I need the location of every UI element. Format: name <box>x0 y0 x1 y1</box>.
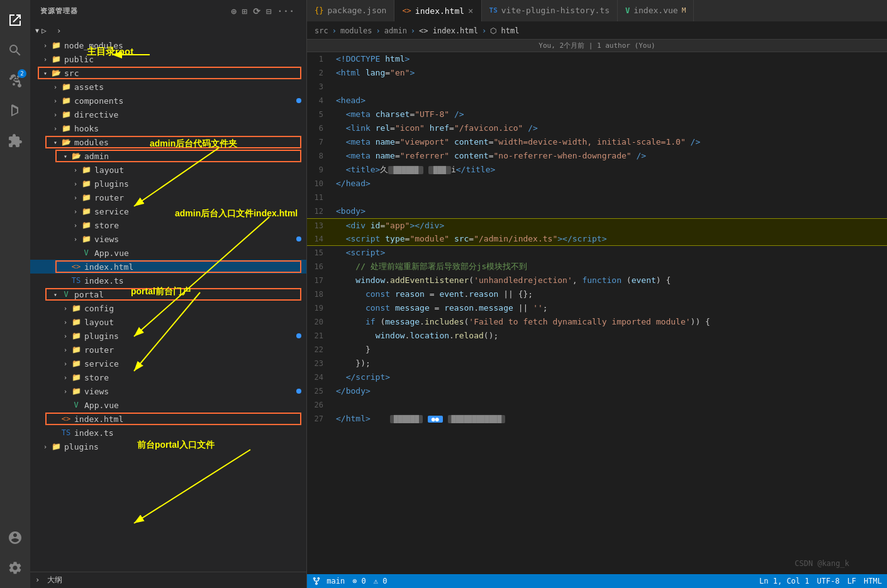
tab-close-btn[interactable]: × <box>468 6 473 16</box>
tree-item-layout-portal[interactable]: › 📁 layout <box>30 315 306 329</box>
folder-icon: 📁 <box>70 345 82 354</box>
tree-item-modules[interactable]: ▾ 📂 modules <box>30 135 306 149</box>
line-text: <meta charset="UTF-8" /> <box>333 108 464 121</box>
tree-item-store-admin[interactable]: › 📁 store <box>30 218 306 232</box>
line-num: 8 <box>307 149 333 163</box>
tree-item-plugins-root[interactable]: › 📁 plugins <box>30 440 306 453</box>
no-arrow: › <box>50 416 60 423</box>
breadcrumb-sep-1: › <box>332 26 337 35</box>
line-num: 3 <box>307 80 333 94</box>
tree-label: public <box>64 55 94 64</box>
folder-arrow: ▾ <box>50 291 60 298</box>
tree-item-router-portal[interactable]: › 📁 router <box>30 343 306 357</box>
tree-item-index-ts-admin[interactable]: › TS index.ts <box>30 274 306 287</box>
cursor-position[interactable]: Ln 1, Col 1 <box>759 577 809 585</box>
breadcrumb-modules[interactable]: modules <box>340 26 372 35</box>
tree-item-service-portal[interactable]: › 📁 service <box>30 357 306 370</box>
tab-index-html[interactable]: <> index.html × <box>394 0 481 21</box>
line-ending[interactable]: LF <box>847 577 856 585</box>
tree-item-hooks[interactable]: › 📁 hooks <box>30 121 306 135</box>
settings-icon[interactable] <box>0 553 30 583</box>
line-text: if (message.includes('Failed to fetch dy… <box>333 315 710 329</box>
line-num: 11 <box>307 191 333 204</box>
breadcrumb-admin[interactable]: admin <box>384 26 407 35</box>
tree-item-router-admin[interactable]: › 📁 router <box>30 191 306 204</box>
folder-icon: 📁 <box>81 221 92 230</box>
tree-item-service-admin[interactable]: › 📁 service <box>30 204 306 218</box>
code-line-17: 17 window.addEventListener('unhandledrej… <box>307 274 887 287</box>
tab-index-vue[interactable]: V index.vue M <box>618 0 694 21</box>
search-icon[interactable] <box>0 35 30 65</box>
more-actions-icon[interactable]: ··· <box>276 5 296 18</box>
new-file-icon[interactable]: ⊕ <box>230 5 238 18</box>
line-text: window.addEventListener('unhandledreject… <box>333 274 671 287</box>
tab-label: vite-plugin-history.ts <box>501 6 610 15</box>
code-line-9: 9 <title>久██████ ███i</title> <box>307 163 887 177</box>
ts-icon: TS <box>489 6 498 14</box>
tree-item-views-admin[interactable]: › 📁 views <box>30 232 306 246</box>
refresh-icon[interactable]: ⟳ <box>252 5 262 18</box>
tree-item-index-ts-portal[interactable]: › TS index.ts <box>30 426 306 440</box>
line-num: 14 <box>307 232 333 246</box>
modified-dot <box>296 389 301 394</box>
tree-item-directive[interactable]: › 📁 directive <box>30 108 306 121</box>
collapse-all-icon[interactable]: ⊟ <box>265 5 273 18</box>
new-folder-icon[interactable]: ⊞ <box>241 5 249 18</box>
line-text: } <box>333 343 371 357</box>
root-path-label <box>49 26 54 35</box>
line-num: 13 <box>307 219 333 233</box>
line-num: 2 <box>307 66 333 80</box>
breadcrumb-src[interactable]: src <box>315 26 328 35</box>
tree-item-portal[interactable]: ▾ V portal <box>30 287 306 301</box>
folder-arrow: › <box>60 347 70 353</box>
tab-label: index.vue <box>633 6 678 15</box>
code-editor[interactable]: 1 <!DOCTYPE html> 2 <html lang="en"> 3 4… <box>307 52 887 574</box>
breadcrumb-html-tag[interactable]: ⬡ html <box>490 26 519 35</box>
folder-arrow: › <box>40 56 50 63</box>
tree-item-src[interactable]: ▾ 📂 src <box>30 66 306 80</box>
tree-item-admin[interactable]: ▾ 📂 admin <box>30 149 306 163</box>
tree-item-assets[interactable]: › 📁 assets <box>30 80 306 94</box>
tree-label: components <box>74 96 123 106</box>
tree-item-index-html-admin[interactable]: › <> index.html <box>30 260 306 274</box>
tree-item-plugins-portal[interactable]: › 📁 plugins <box>30 329 306 343</box>
explorer-icon[interactable] <box>0 5 30 35</box>
outline-section[interactable]: › 大纲 <box>30 572 306 588</box>
folder-arrow: › <box>60 319 70 326</box>
tree-item-components[interactable]: › 📁 components <box>30 94 306 108</box>
language[interactable]: HTML <box>864 577 882 585</box>
tree-item-app-vue-admin[interactable]: › V App.vue <box>30 246 306 260</box>
tree-item-public[interactable]: › 📁 public <box>30 52 306 66</box>
account-icon[interactable] <box>0 523 30 553</box>
error-count[interactable]: ⊗ 0 <box>352 577 366 585</box>
root-section[interactable]: ▼ ▷ › <box>30 22 306 38</box>
no-arrow: › <box>60 402 70 409</box>
tree-item-node-modules[interactable]: › 📁 node_modules <box>30 38 306 52</box>
run-icon[interactable] <box>0 96 30 126</box>
code-line-6: 6 <link rel="icon" href="/favicon.ico" /… <box>307 121 887 135</box>
extensions-icon[interactable] <box>0 126 30 156</box>
line-num: 5 <box>307 108 333 121</box>
tree-item-config[interactable]: › 📁 config <box>30 301 306 315</box>
tab-package-json[interactable]: {} package.json <box>307 0 394 21</box>
tree-item-views-portal[interactable]: › 📁 views <box>30 384 306 398</box>
tree-item-store-portal[interactable]: › 📁 store <box>30 370 306 384</box>
code-line-2: 2 <html lang="en"> <box>307 66 887 80</box>
source-control-icon[interactable]: 2 <box>0 65 30 96</box>
line-num: 17 <box>307 274 333 287</box>
tree-item-app-vue-portal[interactable]: › V App.vue <box>30 398 306 412</box>
git-branch[interactable]: main <box>312 577 345 586</box>
breadcrumb-sep-4: › <box>482 26 486 35</box>
tab-vite-plugin[interactable]: TS vite-plugin-history.ts <box>482 0 618 21</box>
tree-item-index-html-portal[interactable]: › <> index.html <box>30 412 306 426</box>
tree-item-plugins-admin[interactable]: › 📁 plugins <box>30 177 306 191</box>
warning-count[interactable]: ⚠ 0 <box>374 577 388 585</box>
json-icon: {} <box>315 6 323 15</box>
tab-bar: {} package.json <> index.html × TS vite-… <box>307 0 887 22</box>
breadcrumb-index-html[interactable]: <> index.html <box>419 26 478 35</box>
outline-arrow: › <box>35 575 40 584</box>
tree-label: service <box>84 359 119 369</box>
tree-item-layout[interactable]: › 📁 layout <box>30 163 306 177</box>
status-right: Ln 1, Col 1 UTF-8 LF HTML <box>759 577 882 585</box>
encoding[interactable]: UTF-8 <box>817 577 840 585</box>
